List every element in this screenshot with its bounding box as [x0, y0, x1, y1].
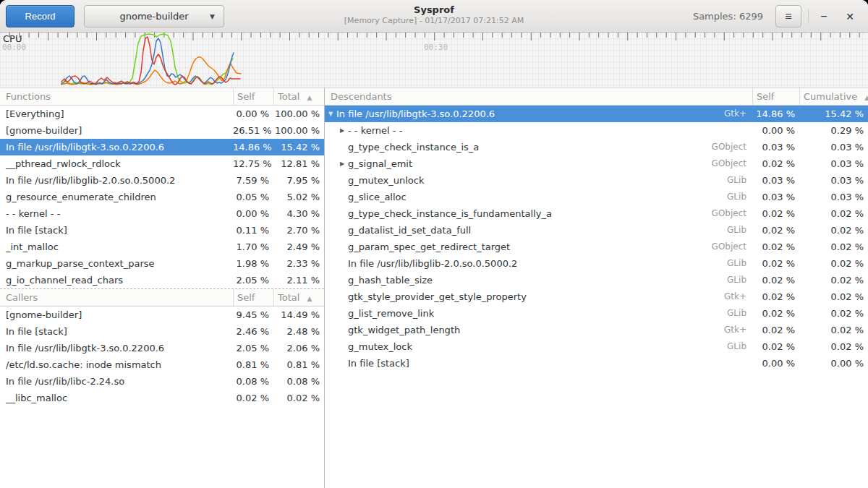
cpu-green-line — [61, 34, 233, 85]
cumulative-percent: 0.02 % — [799, 222, 868, 239]
table-row[interactable]: In file [stack]0.11 %2.70 % — [0, 222, 324, 239]
symbol-name: In file [stack] — [348, 355, 409, 372]
functions-column-header[interactable]: Functions — [0, 88, 233, 105]
descendants-column-header[interactable]: Descendants — [325, 88, 752, 105]
table-row[interactable]: In file /usr/lib/libc-2.24.so0.08 %0.08 … — [0, 373, 324, 390]
total-percent: 7.95 % — [273, 172, 324, 189]
table-row[interactable]: In file /usr/lib/libglib-2.0.so.0.5000.2… — [0, 172, 324, 189]
total-percent: 100.00 % — [273, 106, 324, 122]
total-percent: 4.30 % — [273, 205, 324, 222]
symbol-name: [gnome-builder] — [0, 122, 233, 139]
table-row[interactable]: _int_malloc1.70 %2.49 % — [0, 239, 324, 255]
total-percent: 2.49 % — [273, 239, 324, 255]
self-percent: 1.70 % — [233, 239, 273, 255]
tree-name-cell: g_hash_table_sizeGLib — [325, 272, 752, 288]
descendants-self-column-header[interactable]: Self — [752, 88, 799, 105]
tree-name-cell: In file [stack] — [325, 355, 752, 372]
table-row[interactable]: /etc/ld.so.cache: inode mismatch0.81 %0.… — [0, 356, 324, 373]
expander-closed-icon[interactable]: ▶ — [336, 122, 348, 139]
expander-closed-icon[interactable]: ▶ — [336, 155, 348, 172]
close-button[interactable]: ✕ — [839, 6, 861, 27]
table-row[interactable]: - - kernel - -0.00 %4.30 % — [0, 205, 324, 222]
tree-row[interactable]: g_list_remove_linkGLib0.02 %0.02 % — [325, 305, 868, 322]
right-pane: Descendants Self Cumulative▲ ▼In file /u… — [325, 88, 868, 488]
cumulative-percent: 0.02 % — [799, 305, 868, 322]
tree-row[interactable]: g_hash_table_sizeGLib0.02 %0.02 % — [325, 272, 868, 288]
library-badge: GLib — [727, 172, 752, 189]
functions-self-column-header[interactable]: Self — [233, 88, 273, 105]
library-badge: Gtk+ — [724, 322, 752, 338]
tree-row[interactable]: g_mutex_lockGLib0.02 %0.02 % — [325, 338, 868, 355]
symbol-name: g_mutex_lock — [348, 338, 412, 355]
tree-name-cell: ▼In file /usr/lib/libgtk-3.so.0.2200.6Gt… — [325, 106, 752, 122]
self-percent: 0.02 % — [752, 239, 799, 255]
process-selector[interactable]: gnome-builder ▼ — [84, 5, 224, 27]
table-row[interactable]: In file /usr/lib/libgtk-3.so.0.2200.614.… — [0, 139, 324, 155]
symbol-name: - - kernel - - — [348, 122, 402, 139]
cumulative-percent: 0.02 % — [799, 272, 868, 288]
symbol-name: In file /usr/lib/libglib-2.0.so.0.5000.2 — [348, 255, 517, 272]
cumulative-percent: 0.03 % — [799, 139, 868, 155]
self-percent: 0.03 % — [752, 139, 799, 155]
record-button[interactable]: Record — [6, 5, 75, 27]
tree-row[interactable]: ▼In file /usr/lib/libgtk-3.so.0.2200.6Gt… — [325, 106, 868, 122]
self-percent: 0.02 % — [752, 288, 799, 305]
table-row[interactable]: In file [stack]2.46 %2.48 % — [0, 323, 324, 340]
tree-name-cell: g_mutex_lockGLib — [325, 338, 752, 355]
minimize-button[interactable]: − — [813, 6, 835, 27]
table-row[interactable]: In file /usr/lib/libgtk-3.so.0.2200.62.0… — [0, 340, 324, 356]
callers-self-column-header[interactable]: Self — [233, 289, 273, 306]
time-label-start: 00:00 — [2, 43, 26, 52]
cumulative-percent: 0.03 % — [799, 172, 868, 189]
self-percent: 0.00 % — [233, 205, 273, 222]
expander-open-icon[interactable]: ▼ — [325, 106, 336, 122]
table-row[interactable]: __libc_malloc0.02 %0.02 % — [0, 390, 324, 406]
tree-name-cell: g_type_check_instance_is_aGObject — [325, 139, 752, 155]
tree-row[interactable]: g_param_spec_get_redirect_targetGObject0… — [325, 239, 868, 255]
self-percent: 0.00 % — [752, 122, 799, 139]
library-badge: GLib — [727, 255, 752, 272]
self-percent: 14.86 % — [752, 106, 799, 122]
tree-row[interactable]: ▶g_signal_emitGObject0.02 %0.03 % — [325, 155, 868, 172]
callers-column-header[interactable]: Callers — [0, 289, 233, 306]
symbol-name: In file /usr/lib/libgtk-3.so.0.2200.6 — [0, 139, 233, 155]
table-row[interactable]: [gnome-builder]9.45 %14.49 % — [0, 307, 324, 323]
table-row[interactable]: [Everything]0.00 %100.00 % — [0, 106, 324, 122]
symbol-name: In file /usr/lib/libgtk-3.so.0.2200.6 — [0, 340, 233, 356]
tree-row[interactable]: gtk_style_provider_get_style_propertyGtk… — [325, 288, 868, 305]
total-percent: 100.00 % — [273, 122, 324, 139]
self-percent: 2.46 % — [233, 323, 273, 340]
tree-row[interactable]: g_slice_allocGLib0.03 %0.03 % — [325, 189, 868, 205]
total-percent: 15.42 % — [273, 139, 324, 155]
cumulative-percent: 0.00 % — [799, 355, 868, 372]
functions-total-column-header[interactable]: Total▲ — [273, 88, 324, 105]
tree-row[interactable]: g_type_check_instance_is_aGObject0.03 %0… — [325, 139, 868, 155]
library-badge: GObject — [712, 139, 752, 155]
tree-row[interactable]: ▶- - kernel - -0.00 %0.29 % — [325, 122, 868, 139]
cpu-blue-line — [61, 38, 234, 85]
tree-row[interactable]: g_type_check_instance_is_fundamentally_a… — [325, 205, 868, 222]
total-percent: 12.81 % — [273, 155, 324, 172]
tree-row[interactable]: g_datalist_id_set_data_fullGLib0.02 %0.0… — [325, 222, 868, 239]
total-percent: 0.02 % — [273, 390, 324, 406]
library-badge: GLib — [727, 272, 752, 288]
menu-button[interactable]: ≡ — [775, 5, 801, 27]
table-row[interactable]: g_io_channel_read_chars2.05 %2.11 % — [0, 272, 324, 288]
tree-row[interactable]: gtk_widget_path_lengthGtk+0.02 %0.02 % — [325, 322, 868, 338]
tree-name-cell: ▶g_signal_emitGObject — [325, 155, 752, 172]
symbol-name: In file /usr/lib/libglib-2.0.so.0.5000.2 — [0, 172, 233, 189]
callers-list: [gnome-builder]9.45 %14.49 %In file [sta… — [0, 307, 324, 406]
table-row[interactable]: [gnome-builder]26.51 %100.00 % — [0, 122, 324, 139]
tree-row[interactable]: In file /usr/lib/libglib-2.0.so.0.5000.2… — [325, 255, 868, 272]
tree-row[interactable]: g_mutex_unlockGLib0.03 %0.03 % — [325, 172, 868, 189]
table-row[interactable]: g_resource_enumerate_children0.05 %5.02 … — [0, 189, 324, 205]
symbol-name: gtk_widget_path_length — [348, 322, 460, 338]
cpu-chart-canvas — [0, 33, 868, 88]
descendants-cumulative-column-header[interactable]: Cumulative▲ — [799, 88, 868, 105]
callers-total-column-header[interactable]: Total▲ — [273, 289, 324, 306]
tree-row[interactable]: In file [stack]0.00 %0.00 % — [325, 355, 868, 372]
cpu-chart[interactable]: CPU 00:00 00:30 — [0, 33, 868, 88]
table-row[interactable]: g_markup_parse_context_parse1.98 %2.33 % — [0, 255, 324, 272]
callers-total-label: Total — [278, 292, 299, 303]
table-row[interactable]: __pthread_rwlock_rdlock12.75 %12.81 % — [0, 155, 324, 172]
